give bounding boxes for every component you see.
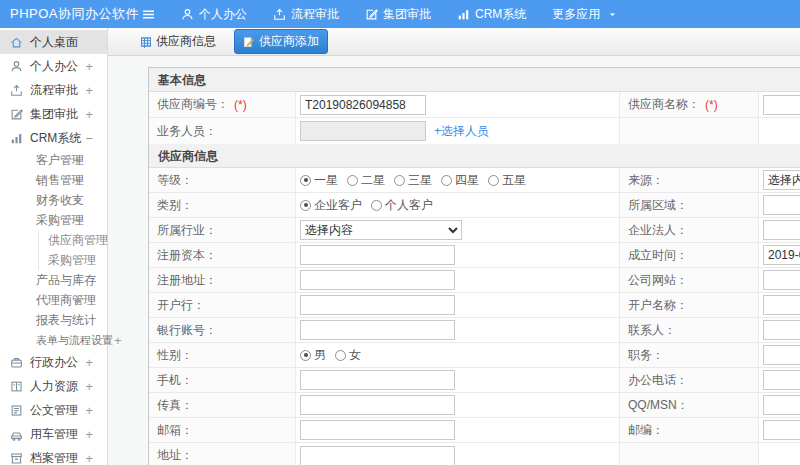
sidebar-item-supplier-mgmt[interactable]: 供应商管理 [38, 230, 107, 250]
fax-input[interactable] [300, 395, 455, 415]
expand-toggle-icon[interactable]: + [85, 427, 93, 442]
radio-label: 男 [314, 347, 326, 364]
supplier-name-input[interactable] [763, 95, 800, 115]
tabbar: 供应商信息供应商添加 [108, 28, 800, 56]
sidebar-item-product-stock[interactable]: 产品与库存+ [0, 270, 107, 290]
field-label: 等级： [157, 172, 193, 189]
nav-personal-office[interactable]: 个人办公 [181, 6, 247, 23]
industry-select[interactable]: 选择内容 [300, 220, 462, 240]
sidebar-item-personal-desktop[interactable]: 个人桌面 [0, 30, 107, 54]
sidebar-item-finance-inout[interactable]: 财务收支+ [0, 190, 107, 210]
supplier-add-form: 基本信息供应商编号：(*)供应商名称：(*)业务人员：+选择人员供应商信息等级：… [148, 67, 800, 465]
level-radio-0[interactable]: 一星 [300, 172, 338, 189]
source-select[interactable]: 选择内容 [763, 170, 800, 190]
office-phone-input[interactable] [763, 370, 800, 390]
sidebar-item-human-resources[interactable]: 人力资源+ [0, 374, 107, 398]
tab-supplier-add[interactable]: 供应商添加 [234, 29, 328, 54]
sidebar-item-agent-mgmt[interactable]: 代理商管理+ [0, 290, 107, 310]
form-row: 邮箱：邮编： [149, 418, 800, 443]
briefcase-icon [10, 356, 23, 369]
sidebar-item-sales-mgmt[interactable]: 销售管理+ [0, 170, 107, 190]
business-person-input[interactable] [300, 121, 426, 141]
founded-date-input[interactable] [763, 245, 800, 265]
level-radio-4[interactable]: 五星 [488, 172, 526, 189]
nav-crm-system[interactable]: CRM系统 [457, 6, 526, 23]
expand-toggle-icon[interactable]: − [85, 131, 93, 146]
edit-icon [365, 8, 378, 21]
field-label: 来源： [628, 172, 664, 189]
form-cell-empty [759, 443, 800, 465]
nav-more-apps[interactable]: 更多应用 [552, 6, 617, 23]
expand-toggle-icon[interactable]: − [73, 213, 81, 228]
email-input[interactable] [300, 420, 455, 440]
sidebar-item-purchase-mgmt[interactable]: 采购管理− [0, 210, 107, 230]
form-row: 类别：企业客户个人客户所属区域： [149, 193, 800, 218]
mobile-input[interactable] [300, 370, 455, 390]
sidebar-item-group-approval[interactable]: 集团审批+ [0, 102, 107, 126]
sidebar-item-crm-system[interactable]: CRM系统− [0, 126, 107, 150]
position-input[interactable] [763, 345, 800, 365]
expand-toggle-icon[interactable]: + [114, 333, 122, 348]
bank-branch-input[interactable] [300, 295, 455, 315]
website-input[interactable] [763, 270, 800, 290]
category-radio-1[interactable]: 个人客户 [371, 197, 433, 214]
region-input[interactable] [763, 195, 800, 215]
home-icon [10, 36, 23, 49]
expand-toggle-icon[interactable]: + [73, 273, 81, 288]
contact-person-input[interactable] [763, 320, 800, 340]
sidebar-item-form-flow-settings[interactable]: 表单与流程设置+ [0, 330, 107, 350]
expand-toggle-icon[interactable]: + [85, 403, 93, 418]
sidebar-item-admin-office[interactable]: 行政办公+ [0, 350, 107, 374]
edit-icon [10, 108, 23, 121]
field-label: 开户行： [157, 297, 205, 314]
level-radio-3[interactable]: 四星 [441, 172, 479, 189]
expand-toggle-icon[interactable]: + [73, 153, 81, 168]
sidebar-item-reports-stats[interactable]: 报表与统计 [0, 310, 107, 330]
tab-supplier-info[interactable]: 供应商信息 [132, 30, 224, 53]
sidebar-item-document-mgmt[interactable]: 公文管理+ [0, 398, 107, 422]
expand-toggle-icon[interactable]: + [85, 379, 93, 394]
expand-toggle-icon[interactable]: + [73, 293, 81, 308]
field-label: 所属行业： [157, 222, 217, 239]
radio-label: 个人客户 [385, 197, 433, 214]
radio-icon [300, 175, 311, 186]
gender-radio-1[interactable]: 女 [335, 347, 361, 364]
qq-msn-input[interactable] [763, 395, 800, 415]
form-section: 供应商信息等级：一星二星三星四星五星来源：选择内容类别：企业客户个人客户所属区域… [149, 144, 800, 465]
bank-account-input[interactable] [300, 320, 455, 340]
sidebar-item-label: 集团审批 [30, 106, 78, 123]
level-radio-2[interactable]: 三星 [394, 172, 432, 189]
expand-toggle-icon[interactable]: + [85, 83, 93, 98]
business-person-select-link[interactable]: +选择人员 [434, 123, 489, 140]
sidebar-item-workflow-approval[interactable]: 流程审批+ [0, 78, 107, 102]
form-row: 性别：男女职务： [149, 343, 800, 368]
account-name-input[interactable] [763, 295, 800, 315]
expand-toggle-icon[interactable]: + [85, 355, 93, 370]
sidebar-item-purchasing[interactable]: 采购管理 [38, 250, 107, 270]
sidebar-item-vehicle-mgmt[interactable]: 用车管理+ [0, 422, 107, 446]
sidebar-item-archive-mgmt[interactable]: 档案管理+ [0, 446, 107, 465]
nav-workflow-approval[interactable]: 流程审批 [273, 6, 339, 23]
radio-icon [335, 350, 346, 361]
nav-group-approval[interactable]: 集团审批 [365, 6, 431, 23]
category-radio-0[interactable]: 企业客户 [300, 197, 362, 214]
sidebar-item-personal-office[interactable]: 个人办公+ [0, 54, 107, 78]
tab-label: 供应商信息 [156, 33, 216, 50]
address-input[interactable] [300, 446, 455, 465]
gender-radio-0[interactable]: 男 [300, 347, 326, 364]
legal-person-input[interactable] [763, 220, 800, 240]
level-radio-1[interactable]: 二星 [347, 172, 385, 189]
expand-toggle-icon[interactable]: + [85, 107, 93, 122]
required-marker: (*) [234, 98, 247, 112]
supplier-code-input[interactable] [300, 95, 426, 115]
expand-toggle-icon[interactable]: + [85, 59, 93, 74]
expand-toggle-icon[interactable]: + [73, 173, 81, 188]
nav-label: 集团审批 [383, 6, 431, 23]
zip-code-input[interactable] [763, 420, 800, 440]
expand-toggle-icon[interactable]: + [73, 193, 81, 208]
expand-toggle-icon[interactable]: + [85, 451, 93, 465]
registered-address-input[interactable] [300, 270, 455, 290]
registered-capital-input[interactable] [300, 245, 455, 265]
sidebar-item-customer-mgmt[interactable]: 客户管理+ [0, 150, 107, 170]
hamburger-button[interactable] [142, 8, 155, 21]
